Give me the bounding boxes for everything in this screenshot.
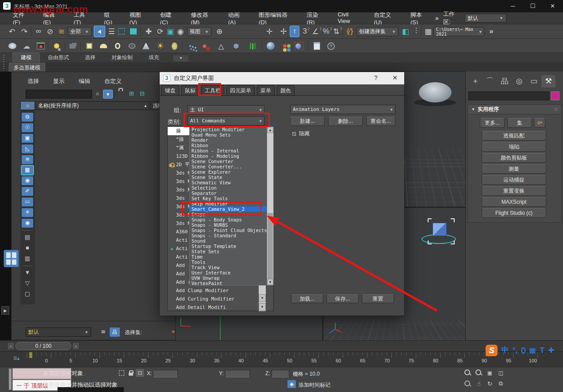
sun-icon[interactable]: ☀ [155, 41, 165, 51]
zoom-icon[interactable] [463, 369, 472, 377]
category-option[interactable]: Snaps - Body Snaps [190, 217, 268, 222]
action-list-row[interactable]: ▶Add Curling Modifier [168, 295, 273, 303]
scroll-down-icon[interactable]: ▼ [267, 279, 273, 285]
workspace-dropdown[interactable]: 默认▼ [464, 14, 506, 23]
light-rect-icon[interactable] [84, 41, 95, 51]
menu-overflow-icon[interactable]: » [435, 15, 439, 22]
column-header-type[interactable]: ○ [20, 101, 35, 110]
placement-icon[interactable]: ◉ [176, 26, 185, 37]
scale-icon[interactable]: ▣ [165, 26, 175, 37]
import-scene-icon[interactable] [311, 41, 322, 51]
zoom-extents-all-icon[interactable]: ◫ [497, 369, 505, 377]
render-cloud-icon[interactable]: ☁ [21, 41, 32, 51]
x-coordinate-field[interactable] [153, 370, 178, 377]
space-warp-spheres-icon[interactable] [199, 41, 210, 51]
ime-punctuation-icon[interactable]: °, [513, 346, 517, 354]
scroll-down-icon[interactable]: ▼ [259, 294, 266, 302]
bind-spacewarp-icon[interactable]: ≋ [57, 26, 66, 37]
hierarchy-tab-icon[interactable]: 品 [498, 75, 512, 88]
toolbar-select-dropdown[interactable]: Animation Layers▼ [290, 105, 395, 114]
dialog-tab[interactable]: 颜色 [277, 85, 295, 96]
manipulate-mode-icon[interactable]: ✢ [279, 26, 288, 37]
motion-tab-icon[interactable]: ◎ [512, 75, 526, 88]
zoom-extents-icon[interactable]: ▣ [486, 369, 494, 377]
utility-button[interactable]: Flight Studio (c) [482, 208, 546, 218]
category-option[interactable]: Sound [190, 238, 268, 244]
category-option[interactable]: Snaps - Point Cloud Objects [190, 228, 268, 233]
detail-view-icon[interactable]: ▥ [22, 254, 33, 263]
grass-icon[interactable] [245, 41, 256, 51]
mirror-icon[interactable]: ◧ [401, 26, 410, 37]
expand-panel-icon[interactable]: ▶ [1, 306, 9, 315]
layout-preset-dropdown[interactable]: 默认▼ [26, 327, 91, 337]
render-setup-icon[interactable] [35, 41, 46, 51]
named-selection-dropdown[interactable]: 全部▼ [68, 27, 92, 36]
clear-search-icon[interactable]: ✕ [95, 91, 100, 97]
rotate-icon[interactable]: ⟳ [155, 26, 165, 37]
menu-item[interactable]: 渲染(R) [301, 11, 332, 26]
listener-scrollbar[interactable] [9, 369, 11, 390]
category-option[interactable]: Startup Template [190, 244, 268, 249]
filter-particles-icon[interactable]: ✳ [22, 208, 33, 217]
utility-button[interactable]: MAXScript [482, 197, 546, 207]
filter-visibility-icon[interactable]: ◉ [22, 219, 33, 228]
filter-combined-icon[interactable]: ▩ [22, 166, 33, 175]
dialog-tab[interactable]: 四元菜单 [226, 85, 255, 96]
menu-item[interactable]: 组(G) [98, 11, 124, 26]
ribbon-collapse-icon[interactable]: ▼ [173, 55, 188, 61]
category-option[interactable]: Separator [190, 190, 268, 196]
utilities-sets-button[interactable]: 集 [507, 118, 532, 128]
utility-button[interactable]: 运动捕捉 [482, 175, 546, 185]
align-icon[interactable]: ⫶ [411, 26, 421, 37]
light-dome-icon[interactable] [98, 41, 109, 51]
scene-explorer-icon[interactable]: 品 [110, 327, 120, 337]
wire-teapot-icon[interactable] [126, 41, 137, 51]
explorer-menu-item[interactable]: 显示 [53, 77, 65, 85]
next-frame-icon[interactable]: › [72, 342, 80, 350]
scrollbar-thumb[interactable] [268, 213, 273, 279]
pyramid-helper-icon[interactable]: △ [216, 41, 226, 51]
pan-hand-icon[interactable]: ☝ [475, 380, 483, 388]
create-tab-icon[interactable]: + [468, 75, 483, 88]
ime-mode-icon[interactable]: 中 [502, 346, 509, 355]
toolbar-overflow-icon[interactable]: » [486, 26, 496, 37]
hide-checkbox[interactable]: ✓隐藏 [291, 130, 310, 137]
sogou-logo-icon[interactable]: S [486, 345, 498, 356]
utility-button[interactable]: 塌陷 [482, 142, 546, 152]
percent-snap-icon[interactable]: %ʔ [322, 26, 332, 37]
undo-icon[interactable]: ↶ [7, 26, 17, 37]
y-coordinate-field[interactable] [225, 370, 250, 377]
category-option[interactable]: Ribbon - Modeling [190, 153, 268, 159]
hierarchy-collapse-icon[interactable]: ⊟ [140, 90, 145, 97]
menu-item[interactable]: 修改器(M) [185, 11, 222, 26]
funnel-settings-icon[interactable]: ▼ [22, 268, 33, 277]
keyboard-override-icon[interactable]: {⁄} [345, 26, 355, 37]
category-option[interactable]: Scene Converter [190, 159, 268, 164]
frame-marker[interactable] [29, 352, 32, 358]
z-coordinate-field[interactable] [272, 370, 289, 377]
category-option[interactable]: Scene Converter... [190, 164, 268, 169]
category-option[interactable]: VertexPaint [190, 281, 268, 285]
ribbon-tab[interactable]: 选择 [77, 53, 103, 62]
prev-frame-icon[interactable]: ‹ [7, 342, 15, 350]
angle-snap-icon[interactable]: ∠ʔ [312, 26, 322, 37]
basket-icon[interactable]: ▢ [22, 289, 33, 298]
list-view-icon[interactable]: ▤ [22, 233, 33, 242]
zoom-region-icon[interactable] [463, 380, 472, 388]
dialog-tab[interactable]: 菜单 [257, 85, 275, 96]
use-center-icon[interactable]: ⊕ [214, 26, 224, 37]
track-bar[interactable]: ☰▴ 0510152025303540455055606570758085909… [0, 351, 563, 367]
particles-icon[interactable] [185, 41, 195, 51]
redo-icon[interactable]: ↷ [19, 26, 29, 37]
utility-button[interactable]: 测量 [482, 164, 546, 174]
curve-editor-icon[interactable]: ▦ [423, 26, 433, 37]
selection-set-dropdown[interactable]: 创建选择集▼ [356, 27, 398, 36]
category-option[interactable]: Schematic View [190, 180, 268, 185]
object-name-field[interactable] [468, 91, 549, 100]
spotlight-cone-icon[interactable] [141, 41, 151, 51]
scene-object[interactable] [419, 82, 452, 103]
category-option[interactable]: Quad Menu Sets [190, 132, 268, 137]
selection-region-icon[interactable] [116, 26, 126, 37]
category-option[interactable]: UVW Unwrap [190, 275, 268, 281]
category-option[interactable]: User Interface [190, 270, 268, 275]
